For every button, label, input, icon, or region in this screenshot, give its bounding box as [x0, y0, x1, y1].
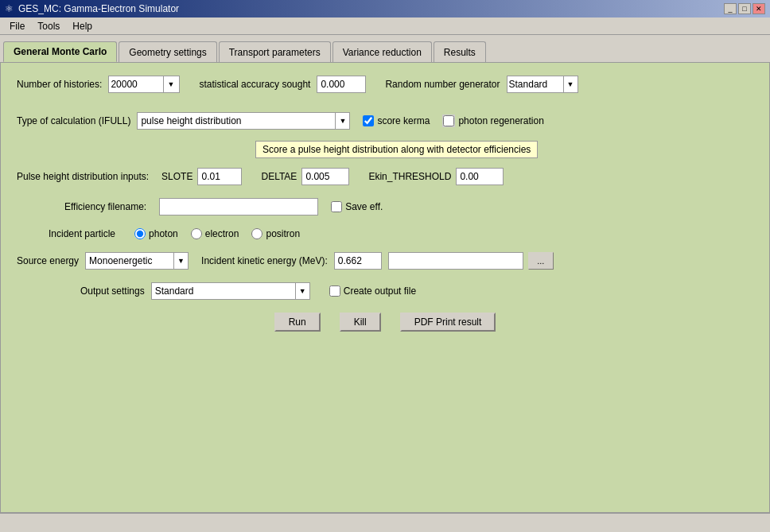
deltae-label: DELTAE — [261, 171, 297, 182]
maximize-button[interactable]: □ — [738, 3, 751, 14]
positron-radio[interactable] — [251, 228, 262, 239]
buttons-row: Run Kill PDF Print result — [17, 313, 753, 332]
photon-regen-checkbox-container — [442, 115, 455, 127]
tab-variance-reduction[interactable]: Variance reduction — [332, 41, 432, 62]
tab-general-monte-carlo[interactable]: General Monte Carlo — [3, 41, 117, 62]
phd-inputs-row: Pulse height distribution inputs: SLOTE … — [17, 168, 753, 185]
rng-dropdown-arrow[interactable]: ▼ — [563, 76, 578, 92]
tooltip-row: Score a pulse height distribution along … — [255, 141, 753, 158]
slote-input[interactable] — [197, 168, 242, 185]
tab-results[interactable]: Results — [434, 41, 486, 62]
title-bar: ⚛ GES_MC: Gamma-Electron Simulator _ □ ✕ — [0, 0, 770, 17]
tab-transport-parameters[interactable]: Transport parameters — [219, 41, 331, 62]
rng-input[interactable] — [508, 76, 563, 92]
energy-range-input[interactable] — [388, 252, 523, 270]
efficiency-row: Efficiency filename: Save eff. — [17, 198, 753, 216]
deltae-input[interactable] — [301, 168, 349, 185]
save-eff-checkbox[interactable] — [331, 201, 342, 212]
close-button[interactable]: ✕ — [752, 3, 765, 14]
ekin-input[interactable] — [456, 168, 504, 185]
tabs-bar: General Monte Carlo Geometry settings Tr… — [0, 35, 770, 62]
source-energy-label: Source energy — [17, 255, 79, 266]
output-settings-label: Output settings — [80, 285, 145, 297]
menu-bar: File Tools Help — [0, 17, 770, 35]
run-button[interactable]: Run — [274, 313, 321, 332]
create-output-label[interactable]: Create output file — [329, 285, 416, 297]
kill-button[interactable]: Kill — [340, 313, 381, 332]
menu-tools[interactable]: Tools — [31, 19, 66, 33]
incident-particle-row: Incident particle photon electron positr… — [49, 228, 753, 239]
browse-button[interactable]: ... — [528, 252, 554, 270]
positron-radio-label[interactable]: positron — [251, 228, 300, 239]
output-settings-value: Standard — [152, 285, 295, 297]
histories-input[interactable] — [109, 76, 163, 92]
menu-help[interactable]: Help — [66, 19, 99, 33]
output-settings-dropdown-arrow[interactable]: ▼ — [295, 283, 309, 299]
histories-dropdown-arrow[interactable]: ▼ — [163, 76, 177, 92]
source-energy-value: Monoenergetic — [86, 255, 173, 266]
menu-file[interactable]: File — [3, 19, 31, 33]
histories-label: Number of histories: — [17, 79, 102, 90]
rng-label: Random number generator — [385, 79, 500, 90]
save-eff-label[interactable]: Save eff. — [331, 201, 383, 212]
window-controls[interactable]: _ □ ✕ — [724, 3, 765, 14]
electron-radio[interactable] — [191, 228, 202, 239]
kinetic-energy-input[interactable] — [334, 252, 382, 270]
histories-row: Number of histories: ▼ statistical accur… — [17, 76, 753, 93]
create-output-checkbox[interactable] — [329, 285, 340, 297]
calc-type-dropdown-arrow[interactable]: ▼ — [335, 113, 349, 129]
calc-type-label: Type of calculation (IFULL) — [17, 115, 130, 126]
status-bar — [0, 513, 770, 532]
output-settings-row: Output settings Standard ▼ Create output… — [80, 282, 753, 300]
window-title: GES_MC: Gamma-Electron Simulator — [18, 3, 179, 14]
photon-regen-checkbox[interactable] — [443, 115, 454, 126]
efficiency-label: Efficiency filename: — [64, 201, 146, 212]
calc-type-row: Type of calculation (IFULL) pulse height… — [17, 112, 753, 130]
minimize-button[interactable]: _ — [724, 3, 737, 14]
photon-radio[interactable] — [134, 228, 146, 239]
photon-radio-label[interactable]: photon — [134, 228, 178, 239]
score-kerma-checkbox[interactable] — [363, 115, 374, 126]
efficiency-input[interactable] — [159, 198, 318, 216]
electron-radio-label[interactable]: electron — [191, 228, 239, 239]
incident-label: Incident particle — [49, 228, 115, 239]
calc-type-value: pulse height distribution — [138, 115, 335, 126]
phd-inputs-label: Pulse height distribution inputs: — [17, 171, 149, 182]
statistical-input[interactable] — [317, 76, 366, 93]
kinetic-energy-label: Incident kinetic energy (MeV): — [201, 255, 328, 266]
source-energy-dropdown-arrow[interactable]: ▼ — [173, 253, 188, 269]
tooltip-box: Score a pulse height distribution along … — [255, 141, 538, 158]
statistical-label: statistical accuracy sought — [199, 79, 310, 90]
slote-label: SLOTE — [161, 171, 192, 182]
tab-geometry-settings[interactable]: Geometry settings — [119, 41, 216, 62]
app-icon: ⚛ — [5, 3, 14, 14]
ekin-label: Ekin_THRESHOLD — [368, 171, 451, 182]
score-kerma-label[interactable]: score kerma — [363, 115, 430, 126]
main-content: Number of histories: ▼ statistical accur… — [0, 62, 770, 513]
photon-regen-label: photon regeneration — [458, 115, 543, 126]
source-energy-row: Source energy Monoenergetic ▼ Incident k… — [17, 252, 753, 270]
pdf-button[interactable]: PDF Print result — [400, 313, 496, 332]
